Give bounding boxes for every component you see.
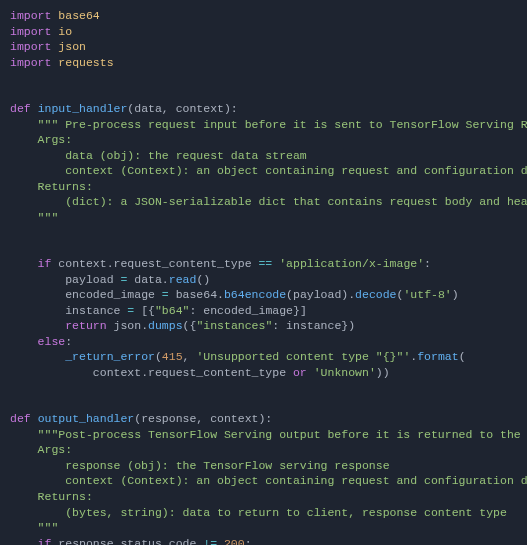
keyword-else: else (38, 335, 66, 348)
code-line: """ Pre-process request input before it … (10, 117, 517, 133)
code-text: response.status_code (51, 537, 203, 545)
code-line: Returns: (10, 179, 517, 195)
code-line: """ (10, 520, 517, 536)
method-call: read (169, 273, 197, 286)
code-text (307, 366, 314, 379)
function-name: output_handler (38, 412, 135, 425)
code-text (217, 537, 224, 545)
code-text: payload (65, 273, 120, 286)
keyword-def: def (10, 412, 31, 425)
function-name: input_handler (38, 102, 128, 115)
code-line: Returns: (10, 489, 517, 505)
keyword-import: import (10, 9, 51, 22)
code-text: ) (452, 288, 459, 301)
keyword-if: if (38, 257, 52, 270)
code-line: data (obj): the request data stream (10, 148, 517, 164)
code-text: ( (459, 350, 466, 363)
code-line: payload = data.read() (10, 272, 517, 288)
code-text: encoded_image (65, 288, 162, 301)
code-text: [{ (134, 304, 155, 317)
code-text: : (424, 257, 431, 270)
code-line: import base64 (10, 8, 517, 24)
number-literal: 415 (162, 350, 183, 363)
code-editor: import base64 import io import json impo… (10, 8, 517, 545)
code-text: context.request_content_type (58, 257, 258, 270)
docstring: data (obj): the request data stream (10, 149, 307, 162)
string-literal: 'utf-8' (403, 288, 451, 301)
code-text: : (245, 537, 252, 545)
code-line: def input_handler(data, context): (10, 101, 517, 117)
docstring: Args: (10, 443, 72, 456)
module-name: io (58, 25, 72, 38)
docstring: context (Context): an object containing … (10, 164, 527, 177)
docstring: """ Pre-process request input before it … (38, 118, 527, 131)
docstring: """Post-process TensorFlow Serving outpu… (38, 428, 527, 441)
number-literal: 200 (224, 537, 245, 545)
docstring: Returns: (10, 490, 93, 503)
keyword-return: return (65, 319, 106, 332)
string-literal: 'Unknown' (314, 366, 376, 379)
code-line: if context.request_content_type == 'appl… (10, 256, 517, 272)
code-text: data. (127, 273, 168, 286)
code-text: instance (65, 304, 127, 317)
code-line (10, 86, 517, 102)
code-text: )) (376, 366, 390, 379)
code-line: def output_handler(response, context): (10, 411, 517, 427)
code-line: response (obj): the TensorFlow serving r… (10, 458, 517, 474)
string-literal: 'application/x-image' (272, 257, 424, 270)
module-name: json (58, 40, 86, 53)
code-line: context.request_content_type or 'Unknown… (10, 365, 517, 381)
code-text: ({ (183, 319, 197, 332)
code-text: : (65, 335, 72, 348)
code-text: : instance}) (272, 319, 355, 332)
params: (response, context): (134, 412, 272, 425)
docstring: """ (10, 521, 58, 534)
code-text: : encoded_image}] (189, 304, 306, 317)
docstring: context (Context): an object containing … (10, 474, 527, 487)
code-line: return json.dumps({"instances": instance… (10, 318, 517, 334)
code-line: (bytes, string): data to return to clien… (10, 505, 517, 521)
keyword-import: import (10, 56, 51, 69)
code-line: """Post-process TensorFlow Serving outpu… (10, 427, 517, 443)
code-text: (payload). (286, 288, 355, 301)
method-call: b64encode (224, 288, 286, 301)
code-line (10, 225, 517, 241)
code-line: import requests (10, 55, 517, 71)
code-line: else: (10, 334, 517, 350)
string-literal: "instances" (196, 319, 272, 332)
docstring: Returns: (10, 180, 93, 193)
code-line: instance = [{"b64": encoded_image}] (10, 303, 517, 319)
keyword-def: def (10, 102, 31, 115)
code-line: _return_error(415, 'Unsupported content … (10, 349, 517, 365)
code-text: , (183, 350, 197, 363)
docstring: Args: (10, 133, 72, 146)
code-text: ( (155, 350, 162, 363)
docstring: (bytes, string): data to return to clien… (10, 506, 507, 519)
params: (data, context): (127, 102, 237, 115)
module-name: requests (58, 56, 113, 69)
code-line: """ (10, 210, 517, 226)
string-literal: 'Unsupported content type "{}"' (196, 350, 410, 363)
code-line: context (Context): an object containing … (10, 473, 517, 489)
code-line: Args: (10, 132, 517, 148)
code-line: if response.status_code != 200: (10, 536, 517, 545)
operator: = (162, 288, 169, 301)
operator: == (258, 257, 272, 270)
code-text: json. (107, 319, 148, 332)
method-call: format (417, 350, 458, 363)
docstring: response (obj): the TensorFlow serving r… (10, 459, 390, 472)
keyword-if: if (38, 537, 52, 545)
code-line (10, 396, 517, 412)
docstring: (dict): a JSON-serializable dict that co… (10, 195, 527, 208)
code-line: encoded_image = base64.b64encode(payload… (10, 287, 517, 303)
code-line (10, 70, 517, 86)
string-literal: "b64" (155, 304, 190, 317)
code-line: import io (10, 24, 517, 40)
module-name: base64 (58, 9, 99, 22)
code-line: (dict): a JSON-serializable dict that co… (10, 194, 517, 210)
code-line: import json (10, 39, 517, 55)
code-line: context (Context): an object containing … (10, 163, 517, 179)
code-line (10, 241, 517, 257)
operator: != (203, 537, 217, 545)
code-text: base64. (169, 288, 224, 301)
